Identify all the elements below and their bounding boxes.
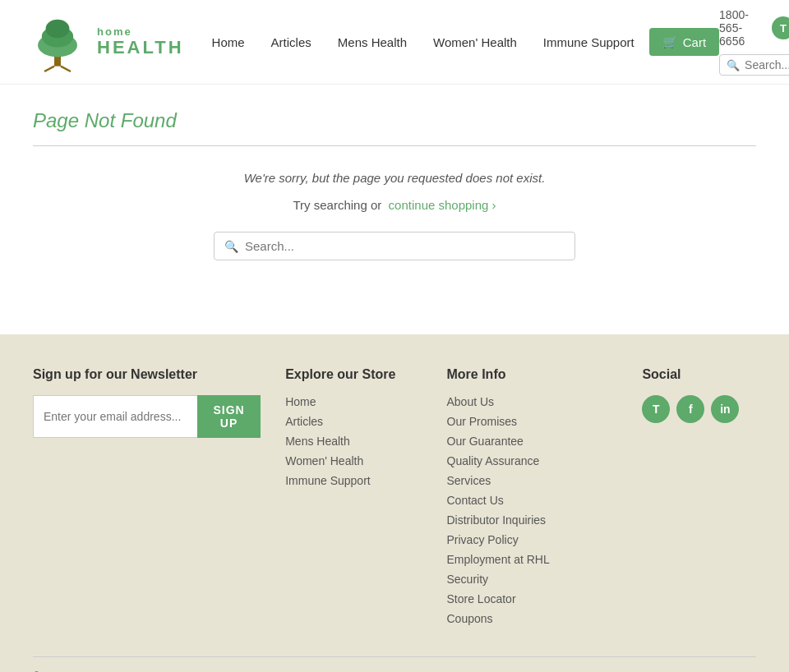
footer-explore-immune[interactable]: Immune Support — [285, 474, 422, 487]
footer-quality-assurance[interactable]: Quality Assurance — [447, 454, 618, 467]
logo-real: home — [97, 26, 184, 38]
svg-point-3 — [46, 20, 70, 38]
header-top-row: 1800-565-6656 T f in Sign in — [719, 8, 789, 48]
footer-explore-womens[interactable]: Women' Health — [285, 454, 422, 467]
twitter-icon[interactable]: T — [772, 16, 789, 39]
continue-shopping-link[interactable]: continue shopping — [389, 198, 489, 212]
footer-instagram-icon[interactable]: in — [711, 395, 739, 423]
social-title: Social — [642, 367, 756, 382]
svg-line-5 — [61, 67, 71, 71]
logo-icon: REAL — [25, 9, 90, 75]
page-title: Page Not Found — [33, 109, 756, 132]
svg-text:REAL: REAL — [49, 74, 66, 75]
footer-explore-articles[interactable]: Articles — [285, 415, 422, 428]
nav-immune-support[interactable]: Immune Support — [532, 29, 646, 56]
footer-coupons[interactable]: Coupons — [447, 612, 618, 625]
newsletter-title: Sign up for our Newsletter — [33, 367, 261, 382]
header-right: 1800-565-6656 T f in Sign in 🔍 — [719, 8, 789, 76]
footer-bottom: © 2018 Real Health Labs . / PharmaCare U… — [33, 656, 756, 672]
footer-services[interactable]: Services — [447, 474, 618, 487]
try-searching-text: Try searching or continue shopping › — [33, 198, 756, 212]
header-search-box[interactable]: 🔍 — [719, 54, 789, 76]
footer-explore-home[interactable]: Home — [285, 395, 422, 408]
footer-newsletter-section: Sign up for our Newsletter SIGN UP — [33, 367, 261, 632]
footer-top: Sign up for our Newsletter SIGN UP Explo… — [33, 367, 756, 656]
footer-explore-section: Explore our Store Home Articles Mens Hea… — [285, 367, 422, 632]
logo-link[interactable]: REAL home HEALTH — [25, 9, 184, 75]
header: REAL home HEALTH Home Articles Mens Heal… — [0, 0, 789, 85]
footer-explore-mens[interactable]: Mens Health — [285, 435, 422, 448]
header-search-icon: 🔍 — [727, 59, 740, 71]
arrow-icon: › — [492, 198, 496, 212]
nav-mens-health[interactable]: Mens Health — [326, 29, 418, 56]
footer-store-locator[interactable]: Store Locator — [447, 592, 618, 605]
title-divider — [33, 145, 756, 146]
footer-social-icons: T f in — [642, 395, 756, 423]
main-content: Page Not Found We're sorry, but the page… — [0, 85, 789, 285]
footer: Sign up for our Newsletter SIGN UP Explo… — [0, 334, 789, 672]
error-message: We're sorry, but the page you requested … — [33, 171, 756, 185]
newsletter-email-input[interactable] — [33, 395, 197, 438]
nav-articles[interactable]: Articles — [260, 29, 323, 56]
phone-number: 1800-565-6656 — [719, 8, 762, 48]
cart-icon: 🛒 — [662, 35, 678, 49]
header-social-icons: T f in — [772, 16, 789, 39]
footer-facebook-icon[interactable]: f — [676, 395, 704, 423]
main-search-input[interactable] — [245, 239, 565, 253]
cart-button[interactable]: 🛒 Cart — [649, 28, 719, 56]
signup-button[interactable]: SIGN UP — [197, 395, 261, 438]
header-search-input[interactable] — [745, 58, 789, 71]
footer-our-guarantee[interactable]: Our Guarantee — [447, 435, 618, 448]
nav-home[interactable]: Home — [201, 29, 256, 56]
svg-line-4 — [44, 67, 54, 71]
footer-distributor[interactable]: Distributor Inquiries — [447, 513, 618, 527]
try-text: Try searching or — [293, 198, 381, 212]
footer-security[interactable]: Security — [447, 573, 618, 586]
footer-our-promises[interactable]: Our Promises — [447, 415, 618, 428]
newsletter-form: SIGN UP — [33, 395, 261, 438]
main-search-box[interactable]: 🔍 — [214, 232, 575, 260]
footer-employment[interactable]: Employment at RHL — [447, 553, 618, 566]
more-info-title: More Info — [447, 367, 618, 382]
main-search-icon: 🔍 — [224, 240, 238, 253]
footer-about-us[interactable]: About Us — [447, 395, 618, 408]
footer-twitter-icon[interactable]: T — [642, 395, 670, 423]
footer-more-info-section: More Info About Us Our Promises Our Guar… — [447, 367, 618, 632]
footer-contact-us[interactable]: Contact Us — [447, 494, 618, 507]
footer-social-section: Social T f in — [642, 367, 756, 632]
footer-privacy-policy[interactable]: Privacy Policy — [447, 533, 618, 546]
cart-label: Cart — [683, 35, 706, 49]
main-nav: Home Articles Mens Health Women' Health … — [201, 28, 719, 56]
logo-health: HEALTH — [97, 38, 184, 58]
explore-title: Explore our Store — [285, 367, 422, 382]
nav-womens-health[interactable]: Women' Health — [422, 29, 528, 56]
